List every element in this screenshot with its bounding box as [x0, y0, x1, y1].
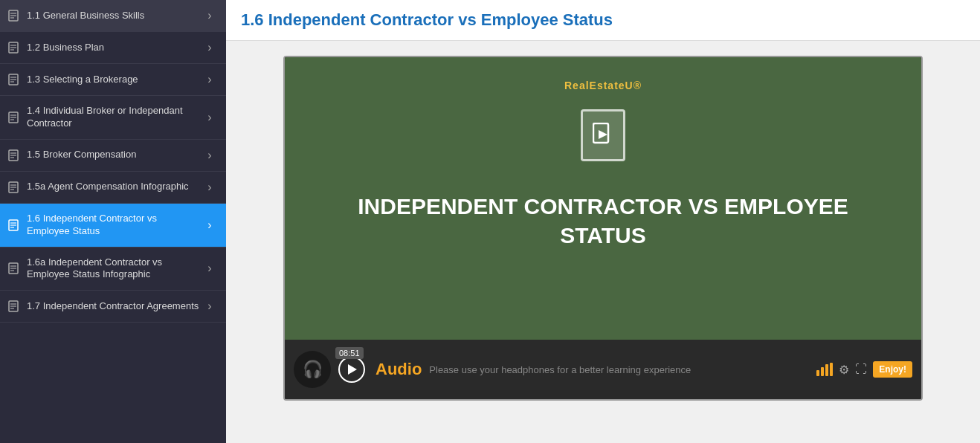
- time-badge: 08:51: [335, 347, 364, 359]
- audio-label: Audio: [375, 360, 422, 379]
- sidebar-item-17[interactable]: 1.7 Independent Contractor Agreements›: [0, 291, 226, 323]
- video-thumbnail: RealEstateU® INDEPENDENT CONTRACTOR VS E…: [285, 57, 921, 340]
- page-title: 1.6 Independent Contractor vs Employee S…: [241, 10, 965, 30]
- chevron-right-icon: ›: [201, 149, 219, 162]
- list-icon: [6, 262, 21, 274]
- sidebar-item-12[interactable]: 1.2 Business Plan›: [0, 32, 226, 64]
- chevron-right-icon: ›: [201, 111, 219, 124]
- sidebar-item-label: 1.5 Broker Compensation: [27, 149, 201, 161]
- list-icon: [6, 10, 21, 22]
- content-header: 1.6 Independent Contractor vs Employee S…: [226, 0, 980, 41]
- content-body: RealEstateU® INDEPENDENT CONTRACTOR VS E…: [226, 41, 980, 443]
- sidebar-item-15[interactable]: 1.5 Broker Compensation›: [0, 140, 226, 172]
- sidebar: 1.1 General Business Skills›1.2 Business…: [0, 0, 226, 443]
- headphones-icon: 🎧: [294, 351, 331, 388]
- sidebar-item-16[interactable]: 1.6 Independent Contractor vs Employee S…: [0, 204, 226, 248]
- list-icon: [6, 42, 21, 54]
- svg-marker-37: [599, 130, 607, 139]
- chevron-right-icon: ›: [201, 73, 219, 86]
- sidebar-item-16a[interactable]: 1.6a Independent Contractor vs Employee …: [0, 248, 226, 291]
- chevron-right-icon: ›: [201, 9, 219, 22]
- chevron-right-icon: ›: [201, 300, 219, 313]
- sidebar-item-11[interactable]: 1.1 General Business Skills›: [0, 0, 226, 32]
- sidebar-item-label: 1.1 General Business Skills: [27, 10, 201, 22]
- list-icon: [6, 219, 21, 231]
- list-icon: [6, 74, 21, 85]
- video-player: RealEstateU® INDEPENDENT CONTRACTOR VS E…: [283, 56, 923, 401]
- controls-right: ⚙ ⛶ Enjoy!: [816, 361, 912, 378]
- sidebar-item-label: 1.2 Business Plan: [27, 42, 201, 54]
- list-icon: [6, 300, 21, 312]
- chevron-right-icon: ›: [201, 181, 219, 194]
- sidebar-item-14[interactable]: 1.4 Individual Broker or Independant Con…: [0, 96, 226, 140]
- sidebar-item-label: 1.6a Independent Contractor vs Employee …: [27, 256, 201, 282]
- sidebar-item-label: 1.6 Independent Contractor vs Employee S…: [27, 213, 201, 238]
- list-icon: [6, 181, 21, 193]
- sidebar-item-15a[interactable]: 1.5a Agent Compensation Infographic›: [0, 172, 226, 204]
- main-content: 1.6 Independent Contractor vs Employee S…: [226, 0, 980, 443]
- settings-icon[interactable]: ⚙: [839, 363, 849, 377]
- document-audio-icon: [581, 109, 625, 161]
- chevron-right-icon: ›: [201, 262, 219, 275]
- fullscreen-icon[interactable]: ⛶: [855, 363, 867, 376]
- sidebar-item-label: 1.4 Individual Broker or Independant Con…: [27, 105, 201, 130]
- chevron-right-icon: ›: [201, 219, 219, 232]
- sidebar-item-label: 1.5a Agent Compensation Infographic: [27, 181, 201, 193]
- play-button[interactable]: [338, 356, 365, 383]
- list-icon: [6, 149, 21, 161]
- list-icon: [6, 111, 21, 123]
- sidebar-item-label: 1.7 Independent Contractor Agreements: [27, 300, 201, 313]
- chevron-right-icon: ›: [201, 41, 219, 54]
- audio-subtitle: Please use your headphones for a better …: [429, 364, 809, 375]
- volume-bars-icon: [816, 363, 833, 376]
- video-controls: 🎧 08:51 Audio Please use your headphones…: [285, 340, 921, 399]
- sidebar-item-13[interactable]: 1.3 Selecting a Brokerage›: [0, 64, 226, 96]
- video-title: INDEPENDENT CONTRACTOR VS EMPLOYEE STATU…: [328, 192, 878, 250]
- sidebar-item-label: 1.3 Selecting a Brokerage: [27, 74, 201, 86]
- video-brand: RealEstateU®: [564, 80, 642, 100]
- enjoy-badge: Enjoy!: [873, 361, 912, 378]
